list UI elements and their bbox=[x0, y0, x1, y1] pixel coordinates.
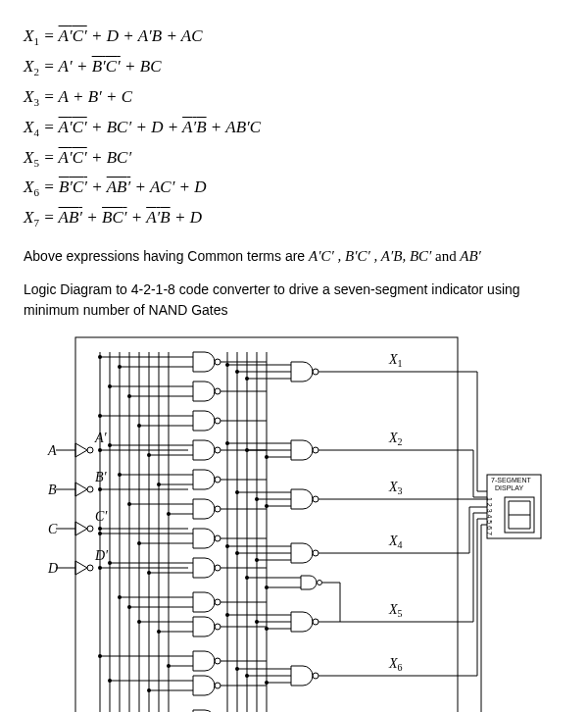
svg-point-149 bbox=[265, 681, 269, 685]
svg-point-135 bbox=[265, 455, 269, 459]
equation-x7: X7 = AB′ + BC′ + A′B + D bbox=[24, 205, 568, 231]
equation-x3: X3 = A + B′ + C bbox=[24, 84, 568, 111]
logic-diagram-svg: A A′ B B′ C C′ D D′ bbox=[46, 332, 546, 712]
note-terms: A′C′ , B′C′ , A′B, BC′ and AB′ bbox=[309, 248, 481, 264]
svg-text:1 2 3 4 5 6 7: 1 2 3 4 5 6 7 bbox=[486, 497, 493, 535]
svg-point-66 bbox=[108, 443, 112, 447]
eq-lhs: X1 bbox=[24, 26, 39, 45]
svg-text:DISPLAY: DISPLAY bbox=[495, 484, 523, 491]
svg-text:X2: X2 bbox=[388, 431, 403, 447]
eq-rhs: A′C′ + BC′ bbox=[59, 148, 132, 167]
eq-lhs: X5 bbox=[24, 148, 39, 167]
svg-point-68 bbox=[118, 473, 122, 477]
svg-point-75 bbox=[147, 571, 151, 575]
eq-lhs: X4 bbox=[24, 118, 39, 136]
svg-point-82 bbox=[108, 679, 112, 683]
svg-point-141 bbox=[255, 558, 259, 562]
svg-point-81 bbox=[167, 664, 171, 668]
svg-text:C′: C′ bbox=[95, 509, 108, 524]
svg-point-72 bbox=[98, 532, 102, 535]
svg-point-63 bbox=[127, 394, 131, 398]
eq-rhs: A′C′ + D + A′B + AC bbox=[59, 26, 203, 45]
svg-point-147 bbox=[235, 667, 239, 671]
svg-point-136 bbox=[235, 490, 239, 494]
note-prefix: Above expressions having Common terms ar… bbox=[24, 248, 309, 264]
eq-rhs: A′ + B′C′ + BC bbox=[59, 57, 162, 76]
eq-rhs: B′C′ + AB′ + AC′ + D bbox=[59, 178, 207, 196]
equations-block: X1 = A′C′ + D + A′B + AC X2 = A′ + B′C′ … bbox=[24, 24, 568, 231]
svg-point-143 bbox=[265, 585, 269, 589]
svg-text:X5: X5 bbox=[388, 602, 403, 619]
svg-point-140 bbox=[235, 551, 239, 555]
svg-text:D′: D′ bbox=[94, 548, 109, 563]
svg-point-71 bbox=[167, 512, 171, 516]
input-B: B B′ bbox=[48, 470, 108, 497]
equation-x4: X4 = A′C′ + BC′ + D + A′B + AB′C bbox=[24, 115, 568, 141]
svg-text:X1: X1 bbox=[388, 352, 403, 369]
output-labels: X1 X2 X3 X4 X5 X6 X7 bbox=[388, 352, 403, 712]
svg-point-83 bbox=[147, 688, 151, 692]
svg-text:X3: X3 bbox=[388, 480, 403, 496]
seven-segment-display: 7-SEGMENT DISPLAY 1 2 3 4 5 6 7 bbox=[486, 475, 542, 538]
svg-point-134 bbox=[245, 448, 249, 452]
svg-point-132 bbox=[245, 377, 249, 381]
svg-point-67 bbox=[147, 453, 151, 457]
svg-point-65 bbox=[137, 424, 141, 428]
input-A: A A′ bbox=[47, 431, 108, 458]
eq-rhs: A + B′ + C bbox=[59, 87, 133, 106]
svg-text:A: A bbox=[47, 443, 57, 458]
svg-text:7-SEGMENT: 7-SEGMENT bbox=[491, 477, 532, 483]
eq-lhs: X3 bbox=[24, 87, 39, 106]
eq-lhs: X7 bbox=[24, 208, 39, 227]
svg-point-80 bbox=[98, 654, 102, 658]
svg-text:B: B bbox=[48, 483, 57, 497]
eq-rhs: A′C′ + BC′ + D + A′B + AB′C bbox=[59, 118, 262, 136]
equation-x2: X2 = A′ + B′C′ + BC bbox=[24, 54, 568, 80]
svg-text:X6: X6 bbox=[388, 656, 403, 673]
eq-lhs: X6 bbox=[24, 178, 39, 196]
svg-point-130 bbox=[225, 363, 229, 367]
svg-point-60 bbox=[98, 355, 102, 359]
eq-rhs: AB′ + BC′ + A′B + D bbox=[59, 208, 202, 227]
svg-point-131 bbox=[235, 370, 239, 374]
svg-point-64 bbox=[98, 414, 102, 418]
svg-text:X4: X4 bbox=[388, 534, 403, 550]
svg-point-144 bbox=[225, 613, 229, 617]
svg-point-78 bbox=[137, 620, 141, 624]
diagram-caption: Logic Diagram to 4-2-1-8 code converter … bbox=[24, 280, 568, 321]
svg-point-74 bbox=[108, 561, 112, 565]
svg-point-142 bbox=[245, 576, 249, 580]
svg-point-73 bbox=[137, 541, 141, 545]
svg-point-138 bbox=[265, 504, 269, 508]
svg-point-148 bbox=[245, 674, 249, 678]
svg-point-145 bbox=[255, 620, 259, 624]
svg-point-69 bbox=[157, 483, 161, 486]
svg-point-70 bbox=[127, 502, 131, 506]
equation-x6: X6 = B′C′ + AB′ + AC′ + D bbox=[24, 175, 568, 201]
svg-point-137 bbox=[255, 497, 259, 501]
common-terms-note: Above expressions having Common terms ar… bbox=[24, 245, 568, 268]
nand-outputs bbox=[291, 362, 322, 712]
eq-lhs: X2 bbox=[24, 57, 39, 76]
svg-point-139 bbox=[225, 544, 229, 548]
equation-x1: X1 = A′C′ + D + A′B + AC bbox=[24, 24, 568, 50]
nand-col1 bbox=[193, 352, 220, 712]
svg-point-61 bbox=[118, 365, 122, 369]
svg-point-77 bbox=[127, 605, 131, 609]
svg-point-79 bbox=[157, 630, 161, 634]
svg-point-133 bbox=[225, 441, 229, 445]
svg-text:A′: A′ bbox=[94, 431, 108, 445]
svg-point-146 bbox=[265, 627, 269, 631]
svg-point-62 bbox=[108, 384, 112, 388]
equation-x5: X5 = A′C′ + BC′ bbox=[24, 145, 568, 172]
svg-text:B′: B′ bbox=[95, 470, 108, 484]
logic-diagram: A A′ B B′ C C′ D D′ bbox=[24, 332, 568, 712]
svg-point-76 bbox=[118, 595, 122, 599]
